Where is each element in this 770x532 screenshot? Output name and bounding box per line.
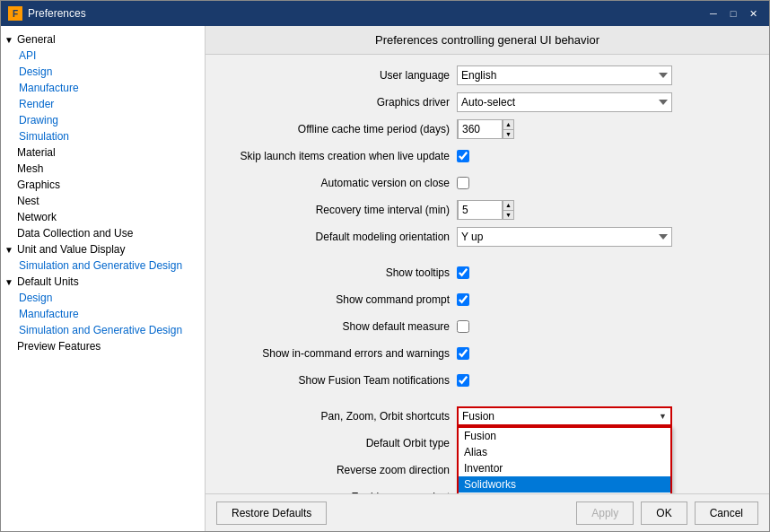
show-fusion-row: Show Fusion Team notifications [223, 371, 751, 390]
close-button[interactable]: ✕ [744, 5, 762, 22]
spinner-up[interactable]: ▲ [503, 120, 513, 130]
sidebar-item-simgen[interactable]: Simulation and Generative Design [1, 257, 205, 274]
show-in-command-checkbox[interactable] [457, 347, 469, 360]
sidebar-label-api: API [19, 49, 36, 62]
sidebar-item-defaultunits[interactable]: ▼ Default Units [1, 274, 205, 290]
graphics-driver-control: Auto-select OpenGL DirectX [457, 92, 672, 112]
show-tooltips-control [457, 266, 469, 279]
default-modeling-label: Default modeling orientation [223, 231, 457, 243]
sidebar-item-manufacture[interactable]: Manufacture [1, 80, 205, 96]
recovery-time-label: Recovery time interval (min) [223, 204, 457, 216]
sidebar-item-nest[interactable]: Nest [1, 193, 205, 209]
show-tooltips-checkbox[interactable] [457, 266, 469, 279]
sidebar-label-preview: Preview Features [17, 340, 101, 353]
pan-zoom-option-fusion[interactable]: Fusion [459, 428, 670, 444]
default-orbit-label: Default Orbit type [223, 437, 457, 449]
skip-launch-checkbox[interactable] [457, 150, 469, 162]
sidebar-item-render[interactable]: Render [1, 96, 205, 112]
collapse-unit-icon: ▼ [4, 245, 15, 255]
apply-button[interactable]: Apply [576, 501, 634, 525]
sidebar-item-datacollection[interactable]: Data Collection and Use [1, 225, 205, 241]
pan-zoom-label: Pan, Zoom, Orbit shortcuts [223, 410, 457, 423]
sidebar-label-drawing: Drawing [19, 114, 58, 126]
show-default-measure-row: Show default measure [223, 317, 751, 336]
sidebar-item-preview[interactable]: Preview Features [1, 338, 205, 354]
ok-button[interactable]: OK [641, 501, 687, 525]
offline-cache-spinner: ▲ ▼ [457, 119, 514, 139]
sidebar-label-simgen: Simulation and Generative Design [19, 259, 182, 272]
window-title: Preferences [28, 7, 86, 20]
sidebar-item-mesh[interactable]: Mesh [1, 161, 205, 177]
show-command-checkbox[interactable] [457, 293, 469, 306]
spinner-down[interactable]: ▼ [503, 130, 513, 139]
default-modeling-control: Y up Z up [457, 227, 672, 247]
show-default-measure-label: Show default measure [223, 320, 457, 333]
pan-zoom-option-alias[interactable]: Alias [459, 444, 670, 460]
pan-zoom-dropdown-list: Fusion Alias Inventor Solidworks Tinkerc… [457, 426, 672, 493]
pan-zoom-option-tinkercad[interactable]: Tinkercad [459, 493, 670, 493]
offline-cache-input[interactable] [458, 119, 503, 139]
offline-cache-row: Offline cache time period (days) ▲ ▼ [223, 119, 751, 139]
pan-zoom-arrow-icon: ▼ [659, 412, 667, 421]
show-in-command-label: Show in-command errors and warnings [223, 347, 457, 360]
skip-launch-label: Skip launch items creation when live upd… [223, 150, 457, 162]
main-content: ▼ General API Design Manufacture Render … [1, 26, 769, 531]
sidebar-item-unitvalue[interactable]: ▼ Unit and Value Display [1, 241, 205, 257]
show-command-control [457, 293, 469, 306]
show-fusion-control [457, 374, 469, 387]
sidebar-item-du-design[interactable]: Design [1, 290, 205, 306]
skip-launch-row: Skip launch items creation when live upd… [223, 146, 751, 166]
pan-zoom-value: Fusion [462, 410, 494, 423]
sidebar-item-graphics[interactable]: Graphics [1, 177, 205, 193]
pan-zoom-option-solidworks[interactable]: Solidworks [459, 476, 670, 493]
minimize-button[interactable]: ─ [704, 5, 722, 22]
sidebar-label-nest: Nest [17, 195, 39, 207]
show-in-command-control [457, 347, 469, 360]
show-tooltips-label: Show tooltips [223, 266, 457, 279]
sidebar-item-network[interactable]: Network [1, 209, 205, 225]
pan-zoom-dropdown-container: Fusion ▼ Fusion Alias Inventor Solidwork… [457, 406, 672, 426]
show-in-command-row: Show in-command errors and warnings [223, 344, 751, 363]
right-panel: Preferences controlling general UI behav… [206, 26, 769, 531]
show-default-measure-checkbox[interactable] [457, 320, 469, 333]
recovery-time-input[interactable] [458, 200, 503, 220]
sidebar-item-design[interactable]: Design [1, 64, 205, 80]
show-fusion-label: Show Fusion Team notifications [223, 374, 457, 387]
collapse-defaultunits-icon: ▼ [4, 277, 15, 287]
graphics-driver-select[interactable]: Auto-select OpenGL DirectX [457, 92, 672, 112]
sidebar-label-graphics: Graphics [17, 179, 60, 191]
auto-version-label: Automatic version on close [223, 177, 457, 189]
window-controls: ─ □ ✕ [704, 5, 762, 22]
maximize-button[interactable]: □ [724, 5, 742, 22]
recovery-spinner-down[interactable]: ▼ [503, 211, 513, 220]
offline-cache-label: Offline cache time period (days) [223, 123, 457, 135]
cancel-button[interactable]: Cancel [695, 501, 758, 525]
default-modeling-select[interactable]: Y up Z up [457, 227, 672, 247]
collapse-general-icon: ▼ [4, 35, 15, 45]
graphics-driver-row: Graphics driver Auto-select OpenGL Direc… [223, 92, 751, 112]
pan-zoom-control: Fusion ▼ Fusion Alias Inventor Solidwork… [457, 406, 672, 426]
show-command-row: Show command prompt [223, 290, 751, 310]
auto-version-checkbox[interactable] [457, 177, 469, 189]
sidebar-item-general[interactable]: ▼ General [1, 31, 205, 48]
show-fusion-checkbox[interactable] [457, 374, 469, 387]
user-language-select[interactable]: English French German Spanish Japanese [457, 65, 672, 85]
sidebar-item-api[interactable]: API [1, 48, 205, 64]
skip-launch-control [457, 150, 469, 162]
pan-zoom-select-box[interactable]: Fusion ▼ [457, 406, 672, 426]
sidebar-item-material[interactable]: Material [1, 144, 205, 161]
recovery-spinner-up[interactable]: ▲ [503, 201, 513, 211]
graphics-driver-label: Graphics driver [223, 96, 457, 109]
offline-cache-control: ▲ ▼ [457, 119, 514, 139]
sidebar-label-material: Material [17, 146, 56, 159]
recovery-time-control: ▲ ▼ [457, 200, 514, 220]
pan-zoom-option-inventor[interactable]: Inventor [459, 460, 670, 476]
sidebar-item-simulation[interactable]: Simulation [1, 128, 205, 144]
sidebar-item-drawing[interactable]: Drawing [1, 112, 205, 128]
sidebar-item-du-simgen[interactable]: Simulation and Generative Design [1, 322, 205, 338]
restore-defaults-button[interactable]: Restore Defaults [216, 501, 327, 525]
user-language-control: English French German Spanish Japanese [457, 65, 672, 85]
show-default-measure-control [457, 320, 469, 333]
user-language-row: User language English French German Span… [223, 65, 751, 85]
sidebar-item-du-manufacture[interactable]: Manufacture [1, 306, 205, 322]
